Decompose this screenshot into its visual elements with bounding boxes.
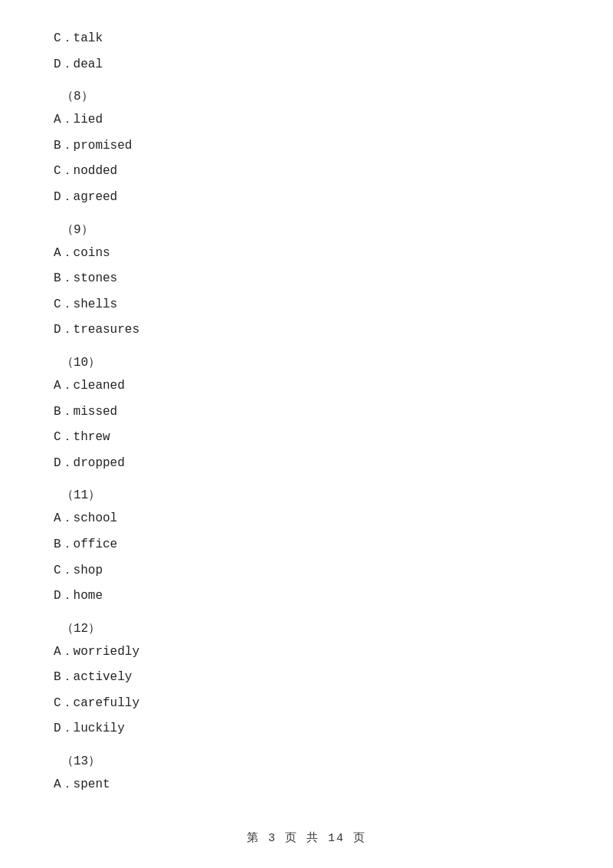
option-8d: D．agreed [54, 188, 559, 208]
question-12-number: （12） [54, 620, 559, 636]
option-11c: C．shop [54, 561, 559, 581]
option-9d: D．treasures [54, 321, 559, 340]
question-9-number: （9） [54, 222, 559, 238]
option-8b: B．promised [54, 136, 559, 156]
option-9a: A．coins [54, 244, 559, 264]
page-footer: 第 3 页 共 14 页 [0, 830, 613, 845]
option-13a: A．spent [54, 775, 559, 795]
option-9c: C．shells [54, 295, 559, 315]
option-10a: A．cleaned [54, 376, 559, 396]
option-10c: C．threw [54, 428, 559, 448]
option-c-talk: C．talk [54, 29, 559, 49]
option-11b: B．office [54, 535, 559, 555]
option-12a: A．worriedly [54, 643, 559, 663]
option-10d: D．dropped [54, 454, 559, 474]
option-9b: B．stones [54, 269, 559, 289]
option-11d: D．home [54, 587, 559, 607]
option-11a: A．school [54, 509, 559, 529]
option-12d: D．luckily [54, 719, 559, 739]
option-12b: B．actively [54, 668, 559, 688]
option-10b: B．missed [54, 403, 559, 422]
option-8a: A．lied [54, 110, 559, 130]
option-12c: C．carefully [54, 694, 559, 714]
question-13-number: （13） [54, 753, 559, 769]
option-d-deal: D．deal [54, 55, 559, 75]
question-8-number: （8） [54, 88, 559, 104]
question-11-number: （11） [54, 487, 559, 503]
question-10-number: （10） [54, 354, 559, 370]
main-content: C．talk D．deal （8） A．lied B．promised C．no… [0, 0, 613, 847]
option-8c: C．nodded [54, 162, 559, 182]
